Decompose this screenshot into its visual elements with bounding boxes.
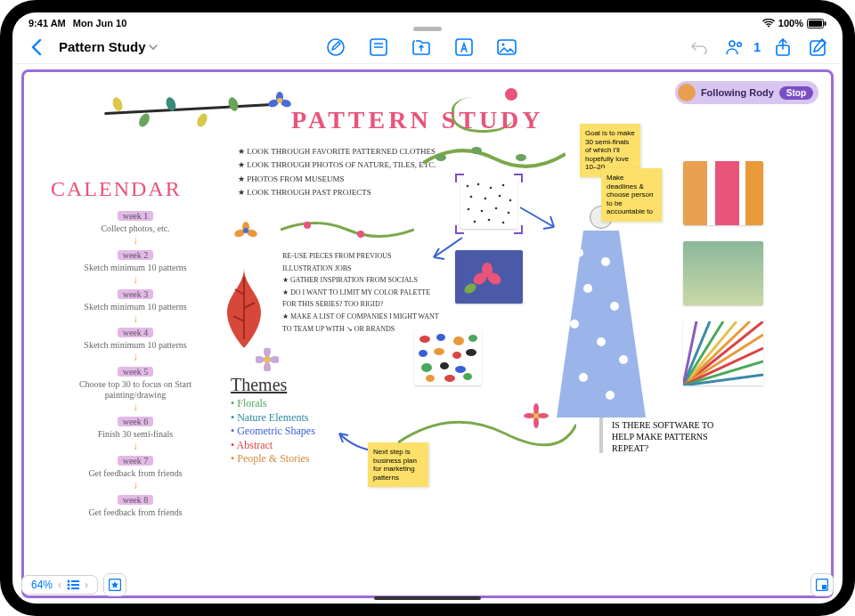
selection-handle[interactable]	[514, 174, 523, 182]
leaf-icon	[137, 112, 152, 129]
svg-point-52	[533, 417, 539, 428]
media-insert-button[interactable]	[493, 34, 520, 61]
nav-prev-icon[interactable]: ‹	[58, 579, 61, 591]
arrow-down-icon: ↓	[51, 275, 220, 285]
svg-rect-2	[825, 21, 826, 26]
calendar-week-desc: Collect photos, etc.	[51, 223, 220, 234]
calendar-week: week 4Sketch minimum 10 patterns	[51, 323, 220, 351]
flower-icon	[256, 348, 279, 371]
svg-point-31	[453, 336, 464, 345]
file-insert-button[interactable]	[408, 34, 435, 61]
themes-heading: Themes	[231, 375, 315, 395]
flower-icon	[238, 223, 254, 239]
calendar-week-label: week 7	[118, 456, 154, 466]
undo-button[interactable]	[686, 34, 712, 61]
svg-rect-66	[822, 585, 826, 589]
calendar-week-desc: Sketch minimum 10 patterns	[51, 263, 220, 273]
svg-point-45	[436, 154, 446, 161]
calendar-week: week 5Choose top 30 to focus on Start pa…	[51, 362, 220, 401]
decorative-vine	[398, 398, 576, 460]
collaboration-button[interactable]	[721, 34, 748, 61]
pattern-swatch-sunburst[interactable]	[683, 321, 763, 385]
sticky-note-button[interactable]	[365, 34, 392, 61]
note-line: ★ DO I WANT TO LIMIT MY COLOR PALETTE FO…	[282, 287, 443, 311]
arrow-down-icon: ↓	[51, 481, 220, 490]
note-line: ★ PHOTOS FROM MUSEUMS	[238, 173, 436, 186]
stop-following-button[interactable]: Stop	[779, 86, 813, 100]
arrow-down-icon: ↓	[51, 442, 220, 451]
minimap-button[interactable]	[810, 573, 834, 596]
calendar-week-desc: Get feedback from friends	[51, 507, 220, 518]
svg-point-16	[490, 187, 493, 190]
pattern-swatch-dots[interactable]	[460, 179, 517, 229]
calendar-week-label: week 3	[118, 289, 154, 299]
svg-point-44	[357, 231, 364, 238]
board-title-text: Pattern Study	[59, 39, 146, 54]
wifi-icon	[762, 19, 775, 28]
compose-button[interactable]	[805, 34, 832, 61]
leaf-icon	[227, 96, 240, 112]
selection-handle[interactable]	[455, 174, 464, 182]
pen-tool-button[interactable]	[322, 34, 349, 61]
board-title-dropdown[interactable]: Pattern Study	[59, 39, 158, 54]
flower-icon	[272, 93, 288, 109]
nav-next-icon[interactable]: ›	[85, 579, 88, 591]
chevron-down-icon	[149, 45, 158, 50]
svg-point-40	[426, 375, 435, 382]
svg-rect-13	[810, 41, 825, 55]
note-line: ★ GATHER INSPIRATION FROM SOCIALS	[282, 274, 443, 287]
home-indicator[interactable]	[374, 596, 481, 600]
selection-handle[interactable]	[455, 225, 464, 234]
svg-point-35	[452, 352, 461, 359]
decorative-vine	[423, 136, 566, 172]
svg-point-18	[470, 196, 473, 199]
status-time: 9:41 AM	[28, 18, 66, 28]
svg-point-51	[533, 403, 539, 414]
svg-point-9	[502, 43, 505, 45]
calendar-week: week 2Sketch minimum 10 patterns	[51, 246, 220, 273]
svg-point-24	[495, 207, 498, 210]
pattern-swatch-stripes[interactable]	[683, 161, 763, 225]
svg-point-42	[463, 373, 472, 380]
pattern-swatch-blobs[interactable]	[414, 330, 482, 385]
svg-point-46	[471, 147, 482, 154]
svg-point-28	[502, 222, 505, 224]
decorative-vine	[281, 216, 414, 243]
calendar-week: week 6Finish 30 semi-finals	[51, 412, 220, 440]
calendar-week-label: week 5	[118, 367, 154, 377]
svg-point-14	[467, 185, 469, 188]
svg-point-25	[508, 212, 510, 215]
svg-point-56	[256, 356, 265, 363]
leaf-icon	[111, 96, 125, 112]
canvas-area[interactable]: Following Rody Stop	[12, 64, 843, 604]
svg-rect-63	[71, 588, 79, 589]
following-indicator: Following Rody Stop	[675, 81, 818, 104]
calendar-heading: CALENDAR	[51, 177, 220, 201]
svg-point-58	[68, 580, 70, 583]
svg-point-39	[455, 366, 466, 373]
pattern-swatch-watercolor[interactable]	[683, 241, 763, 305]
freeform-canvas[interactable]: Following Rody Stop	[21, 69, 834, 598]
zoom-control[interactable]: 64% ‹ ›	[21, 575, 98, 595]
calendar-section: CALENDAR week 1Collect photos, etc.↓week…	[51, 177, 220, 520]
decorative-branch	[104, 103, 273, 115]
scenes-icon[interactable]	[67, 580, 79, 590]
back-button[interactable]	[23, 34, 50, 61]
svg-point-15	[477, 183, 480, 186]
svg-point-34	[434, 348, 444, 355]
multitasking-handle[interactable]	[413, 27, 442, 31]
notes-mid: RE-USE PIECES FROM PREVIOUS ILLUSTRATION…	[282, 250, 443, 335]
sticky-note[interactable]: Make deadlines & choose person to be acc…	[601, 168, 662, 222]
calendar-week-desc: Sketch minimum 10 patterns	[51, 340, 220, 351]
arrow-down-icon: ↓	[51, 314, 220, 324]
svg-point-10	[729, 41, 735, 46]
status-date: Mon Jun 10	[73, 18, 127, 28]
svg-point-62	[68, 588, 70, 590]
avatar	[678, 84, 696, 101]
svg-point-55	[264, 362, 271, 371]
svg-point-23	[481, 210, 484, 213]
text-tool-button[interactable]	[451, 34, 477, 61]
share-button[interactable]	[770, 34, 796, 61]
favorite-scene-button[interactable]	[103, 573, 126, 596]
calendar-week-label: week 6	[118, 417, 154, 426]
